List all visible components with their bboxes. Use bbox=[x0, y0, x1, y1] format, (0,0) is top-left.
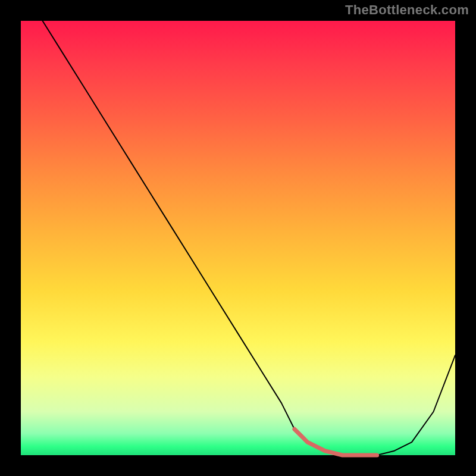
attribution-text: TheBottleneck.com bbox=[345, 2, 469, 18]
bottleneck-curve bbox=[43, 21, 456, 455]
optimal-range-marker bbox=[295, 429, 377, 455]
chart-frame: TheBottleneck.com bbox=[0, 0, 476, 476]
plot-area bbox=[21, 21, 455, 455]
curve-svg bbox=[21, 21, 455, 455]
